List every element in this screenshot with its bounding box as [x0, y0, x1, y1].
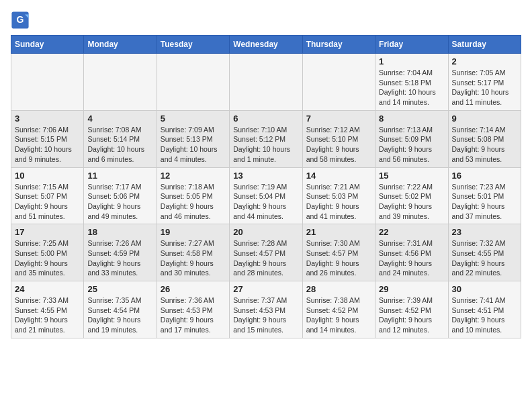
calendar-cell: 29Sunrise: 7:39 AM Sunset: 4:52 PM Dayli…: [375, 281, 448, 338]
day-number: 19: [161, 227, 226, 237]
day-info: Sunrise: 7:26 AM Sunset: 4:59 PM Dayligh…: [87, 238, 152, 278]
calendar-table: SundayMondayTuesdayWednesdayThursdayFrid…: [11, 35, 521, 338]
calendar-cell: 9Sunrise: 7:14 AM Sunset: 5:08 PM Daylig…: [448, 110, 521, 167]
day-number: 24: [15, 284, 80, 294]
calendar-cell: 26Sunrise: 7:36 AM Sunset: 4:53 PM Dayli…: [157, 281, 229, 338]
day-number: 3: [15, 113, 80, 124]
weekday-header-tuesday: Tuesday: [157, 36, 229, 54]
calendar-cell: 16Sunrise: 7:23 AM Sunset: 5:01 PM Dayli…: [448, 167, 521, 224]
calendar-cell: 25Sunrise: 7:35 AM Sunset: 4:54 PM Dayli…: [84, 281, 157, 338]
weekday-header-monday: Monday: [84, 36, 157, 54]
day-info: Sunrise: 7:18 AM Sunset: 5:05 PM Dayligh…: [161, 182, 226, 222]
day-number: 10: [15, 171, 80, 181]
day-info: Sunrise: 7:13 AM Sunset: 5:09 PM Dayligh…: [379, 125, 444, 165]
day-info: Sunrise: 7:12 AM Sunset: 5:10 PM Dayligh…: [306, 125, 371, 165]
day-info: Sunrise: 7:30 AM Sunset: 4:57 PM Dayligh…: [306, 238, 371, 278]
calendar-cell: 20Sunrise: 7:28 AM Sunset: 4:57 PM Dayli…: [230, 224, 302, 281]
calendar-cell: 21Sunrise: 7:30 AM Sunset: 4:57 PM Dayli…: [302, 224, 375, 281]
day-info: Sunrise: 7:22 AM Sunset: 5:02 PM Dayligh…: [379, 182, 444, 222]
day-number: 5: [161, 113, 226, 124]
day-number: 20: [233, 227, 298, 237]
weekday-header-sunday: Sunday: [11, 36, 84, 54]
day-info: Sunrise: 7:36 AM Sunset: 4:53 PM Dayligh…: [161, 295, 226, 335]
calendar-cell: 5Sunrise: 7:09 AM Sunset: 5:13 PM Daylig…: [157, 110, 229, 167]
calendar-cell: [230, 54, 302, 111]
calendar-cell: 22Sunrise: 7:31 AM Sunset: 4:56 PM Dayli…: [375, 224, 448, 281]
week-row-3: 10Sunrise: 7:15 AM Sunset: 5:07 PM Dayli…: [11, 167, 521, 224]
day-info: Sunrise: 7:17 AM Sunset: 5:06 PM Dayligh…: [87, 182, 152, 222]
day-number: 11: [87, 171, 152, 181]
day-number: 16: [452, 171, 517, 181]
day-info: Sunrise: 7:10 AM Sunset: 5:12 PM Dayligh…: [233, 125, 298, 165]
calendar-cell: 15Sunrise: 7:22 AM Sunset: 5:02 PM Dayli…: [375, 167, 448, 224]
day-number: 17: [15, 227, 80, 237]
day-info: Sunrise: 7:27 AM Sunset: 4:58 PM Dayligh…: [161, 238, 226, 278]
day-info: Sunrise: 7:05 AM Sunset: 5:17 PM Dayligh…: [452, 68, 517, 107]
weekday-header-row: SundayMondayTuesdayWednesdayThursdayFrid…: [11, 36, 521, 54]
weekday-header-wednesday: Wednesday: [230, 36, 302, 54]
calendar-cell: [11, 54, 84, 111]
day-number: 23: [452, 227, 517, 237]
calendar-cell: 18Sunrise: 7:26 AM Sunset: 4:59 PM Dayli…: [84, 224, 157, 281]
day-number: 13: [233, 171, 298, 181]
day-info: Sunrise: 7:21 AM Sunset: 5:03 PM Dayligh…: [306, 182, 371, 222]
day-number: 27: [233, 284, 298, 294]
calendar-cell: 7Sunrise: 7:12 AM Sunset: 5:10 PM Daylig…: [302, 110, 375, 167]
day-info: Sunrise: 7:41 AM Sunset: 4:51 PM Dayligh…: [452, 295, 517, 335]
day-info: Sunrise: 7:39 AM Sunset: 4:52 PM Dayligh…: [379, 295, 444, 335]
calendar-cell: 24Sunrise: 7:33 AM Sunset: 4:55 PM Dayli…: [11, 281, 84, 338]
day-info: Sunrise: 7:06 AM Sunset: 5:15 PM Dayligh…: [15, 125, 80, 165]
day-number: 1: [379, 56, 444, 66]
week-row-5: 24Sunrise: 7:33 AM Sunset: 4:55 PM Dayli…: [11, 281, 521, 338]
calendar-cell: 10Sunrise: 7:15 AM Sunset: 5:07 PM Dayli…: [11, 167, 84, 224]
logo: G: [11, 11, 31, 30]
logo-icon: G: [11, 11, 30, 30]
day-number: 2: [452, 56, 517, 66]
weekday-header-friday: Friday: [375, 36, 448, 54]
day-info: Sunrise: 7:09 AM Sunset: 5:13 PM Dayligh…: [161, 125, 226, 165]
day-number: 26: [161, 284, 226, 294]
day-info: Sunrise: 7:35 AM Sunset: 4:54 PM Dayligh…: [87, 295, 152, 335]
calendar-cell: 19Sunrise: 7:27 AM Sunset: 4:58 PM Dayli…: [157, 224, 229, 281]
day-number: 21: [306, 227, 371, 237]
day-number: 18: [87, 227, 152, 237]
day-number: 22: [379, 227, 444, 237]
calendar-cell: 4Sunrise: 7:08 AM Sunset: 5:14 PM Daylig…: [84, 110, 157, 167]
calendar-cell: [84, 54, 157, 111]
day-info: Sunrise: 7:25 AM Sunset: 5:00 PM Dayligh…: [15, 238, 80, 278]
svg-text:G: G: [17, 14, 24, 25]
calendar-cell: 11Sunrise: 7:17 AM Sunset: 5:06 PM Dayli…: [84, 167, 157, 224]
day-info: Sunrise: 7:31 AM Sunset: 4:56 PM Dayligh…: [379, 238, 444, 278]
calendar-cell: 12Sunrise: 7:18 AM Sunset: 5:05 PM Dayli…: [157, 167, 229, 224]
week-row-1: 1Sunrise: 7:04 AM Sunset: 5:18 PM Daylig…: [11, 54, 521, 111]
day-number: 29: [379, 284, 444, 294]
calendar-cell: 23Sunrise: 7:32 AM Sunset: 4:55 PM Dayli…: [448, 224, 521, 281]
calendar-cell: 13Sunrise: 7:19 AM Sunset: 5:04 PM Dayli…: [230, 167, 302, 224]
week-row-4: 17Sunrise: 7:25 AM Sunset: 5:00 PM Dayli…: [11, 224, 521, 281]
day-number: 28: [306, 284, 371, 294]
day-info: Sunrise: 7:23 AM Sunset: 5:01 PM Dayligh…: [452, 182, 517, 222]
day-info: Sunrise: 7:08 AM Sunset: 5:14 PM Dayligh…: [87, 125, 152, 165]
day-number: 25: [87, 284, 152, 294]
day-info: Sunrise: 7:28 AM Sunset: 4:57 PM Dayligh…: [233, 238, 298, 278]
calendar-cell: 17Sunrise: 7:25 AM Sunset: 5:00 PM Dayli…: [11, 224, 84, 281]
day-info: Sunrise: 7:37 AM Sunset: 4:53 PM Dayligh…: [233, 295, 298, 335]
calendar-cell: 28Sunrise: 7:38 AM Sunset: 4:52 PM Dayli…: [302, 281, 375, 338]
calendar-cell: [302, 54, 375, 111]
calendar-cell: 2Sunrise: 7:05 AM Sunset: 5:17 PM Daylig…: [448, 54, 521, 111]
day-number: 30: [452, 284, 517, 294]
week-row-2: 3Sunrise: 7:06 AM Sunset: 5:15 PM Daylig…: [11, 110, 521, 167]
day-number: 15: [379, 171, 444, 181]
calendar-cell: 3Sunrise: 7:06 AM Sunset: 5:15 PM Daylig…: [11, 110, 84, 167]
calendar-cell: 30Sunrise: 7:41 AM Sunset: 4:51 PM Dayli…: [448, 281, 521, 338]
calendar-cell: 8Sunrise: 7:13 AM Sunset: 5:09 PM Daylig…: [375, 110, 448, 167]
day-info: Sunrise: 7:15 AM Sunset: 5:07 PM Dayligh…: [15, 182, 80, 222]
day-number: 7: [306, 113, 371, 124]
calendar-cell: 1Sunrise: 7:04 AM Sunset: 5:18 PM Daylig…: [375, 54, 448, 111]
day-number: 14: [306, 171, 371, 181]
day-info: Sunrise: 7:19 AM Sunset: 5:04 PM Dayligh…: [233, 182, 298, 222]
page-header: G: [11, 11, 521, 30]
calendar-cell: 6Sunrise: 7:10 AM Sunset: 5:12 PM Daylig…: [230, 110, 302, 167]
day-number: 12: [161, 171, 226, 181]
calendar-body: 1Sunrise: 7:04 AM Sunset: 5:18 PM Daylig…: [11, 54, 521, 338]
